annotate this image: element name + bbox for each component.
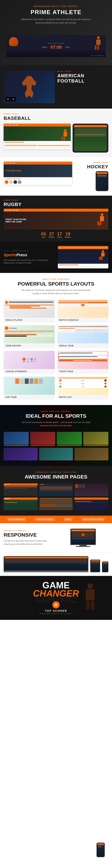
hockey-nav bbox=[4, 162, 72, 164]
match-list-img: 2 - 1 0 - 3 1 - 1 bbox=[58, 377, 109, 395]
nav-item bbox=[5, 163, 8, 163]
match-schedule-label: MATCH SCHEDULE bbox=[58, 318, 109, 322]
hockey-demo: ATTACKING ZONE UPCOMING GAMES 2020 HOME … bbox=[4, 162, 108, 191]
inner-page-thumb-1 bbox=[4, 484, 38, 496]
single-player-label: SINGLE PLAYER bbox=[4, 318, 55, 322]
team-history-img: TEAM NAME bbox=[4, 325, 55, 343]
fmm-team-away: AWAY bbox=[65, 46, 70, 48]
inner-pages-section: POWERFUL PREMIUM TEMPLATES AWESOME INNER… bbox=[0, 466, 112, 516]
football-score-overlay: 14 : 07 bbox=[5, 97, 16, 101]
content-line bbox=[4, 144, 37, 144]
hockey-main-mock: ATTACKING ZONE UPCOMING GAMES 2020 bbox=[4, 162, 72, 191]
score-home: 14 bbox=[7, 98, 9, 100]
hockey-side-col: HOME PAGE HOCKEY bbox=[74, 162, 108, 191]
plugin-logo-revslider: Revolution Slider bbox=[82, 518, 105, 521]
rugby-num-3: 17 GOALS bbox=[57, 231, 62, 238]
responsive-mockups bbox=[58, 529, 108, 547]
rugby-hero: GREAT TEAM FOUNDWINS THE GAME bbox=[4, 212, 108, 230]
game-changer-content: GAME CHANGER TOP SCORER WORDPRESS BUILT … bbox=[4, 581, 108, 615]
baseball-nav bbox=[4, 124, 71, 126]
hockey-phone-mock bbox=[96, 171, 108, 191]
fmm-nav-dot bbox=[10, 33, 11, 34]
ideal-sports-grid-2 bbox=[4, 448, 108, 460]
sportspress-mockup bbox=[58, 246, 108, 269]
layouts-pre-label: BUILT FOR PURPOSE bbox=[4, 278, 108, 280]
layout-card-match-schedule: MATCH SCHEDULE bbox=[58, 300, 109, 322]
rugby-num-value: 19 bbox=[65, 231, 71, 237]
layout-card-league-standings: 1ST 2ND 3RD 4TH LEAGUE STA bbox=[4, 351, 55, 374]
fmm-nav-dot bbox=[12, 33, 13, 34]
rugby-nav bbox=[4, 209, 108, 212]
inner-page-thumb-3 bbox=[74, 484, 108, 496]
nav-item bbox=[8, 163, 11, 163]
baseball-desktop-mock bbox=[4, 124, 71, 149]
nav-item bbox=[16, 210, 19, 211]
baseball-demo bbox=[4, 124, 108, 153]
rugby-desktop-mock: GREAT TEAM FOUNDWINS THE GAME bbox=[4, 209, 108, 230]
player-avatar bbox=[5, 301, 8, 304]
sportspress-text: FULLY COMPATIBLE WITH SportsPress Fully … bbox=[4, 250, 54, 264]
ideal-sport-thumb-5 bbox=[4, 448, 38, 460]
fmm-body: WIN EVERY GAME HOME 07:00 AWAY WHAT'S TR… bbox=[6, 35, 106, 57]
plugin-logo-wpml: WPML bbox=[64, 518, 73, 521]
sportspress-section: FULLY COMPATIBLE WITH SportsPress Fully … bbox=[0, 242, 112, 273]
our-team-label: OUR TEAM bbox=[4, 395, 55, 400]
device-group bbox=[58, 529, 108, 547]
sport-section-baseball: HOME PAGE BASEBALL bbox=[0, 108, 112, 157]
hockey-hero: ATTACKING ZONE bbox=[4, 164, 72, 177]
ideal-sport-thumb-4 bbox=[83, 432, 108, 446]
fmm-score-time: 07:00 bbox=[50, 45, 62, 50]
hockey-content: UPCOMING GAMES 2020 bbox=[4, 177, 72, 185]
top-scorer-icon bbox=[52, 601, 60, 609]
whats-trending: WHAT'S TRENDING bbox=[91, 55, 104, 56]
sportspress-logo: SportsPress bbox=[4, 253, 54, 257]
hero-title: PRIME ATHLETE bbox=[4, 9, 108, 16]
fmm-team-home: HOME bbox=[42, 46, 47, 48]
rugby-num-value: 27 bbox=[49, 231, 54, 237]
responsive-section: THEME STARRING RESPONSIVE The theme is a… bbox=[0, 523, 112, 552]
sport-section-rugby: HOME PAGE RUGBY GREAT TEAM FOUNDWINS THE… bbox=[0, 196, 112, 242]
ideal-sport-thumb-6 bbox=[39, 448, 73, 460]
stats-row bbox=[5, 307, 53, 308]
layout-card-team-history: TEAM NAME TEAM HISTORY bbox=[4, 325, 55, 348]
baseball-hero bbox=[4, 126, 71, 141]
ideal-content: IDEAL FOR ALL SPORTS IDEAL FOR ALL SPORT… bbox=[4, 410, 108, 460]
layout-card-match-list: 2 - 1 0 - 3 1 - 1 bbox=[58, 377, 109, 400]
laptop-device bbox=[4, 556, 88, 572]
our-team-img bbox=[4, 377, 55, 395]
football-type-label: MAIN PAGE bbox=[58, 70, 109, 72]
league-standings-img: 1ST 2ND 3RD 4TH bbox=[4, 351, 55, 369]
ideal-sport-thumb-2 bbox=[30, 432, 55, 446]
sportspress-desktop-mock bbox=[58, 246, 108, 269]
sport-section-hockey: ATTACKING ZONE UPCOMING GAMES 2020 HOME … bbox=[0, 157, 112, 196]
phone-device bbox=[72, 124, 108, 153]
hockey-desktop-mock: ATTACKING ZONE UPCOMING GAMES 2020 bbox=[4, 162, 72, 185]
ideal-sport-thumb-3 bbox=[57, 432, 82, 446]
nav-item bbox=[8, 210, 11, 211]
game-changer-section: GAME GAME CHANGER TOP SCORER WOR bbox=[0, 576, 112, 620]
ticket-page-label: TICKET PAGE bbox=[58, 369, 109, 374]
laptop-screen bbox=[4, 556, 88, 571]
layouts-title: POWERFUL SPORTS LAYOUTS bbox=[4, 281, 108, 287]
phone-device bbox=[102, 561, 108, 572]
hero-subtitle: WORDPRESS BUILT FOR SPORTS bbox=[4, 5, 108, 7]
inner-page-thumb-4 bbox=[4, 498, 38, 510]
ideal-title: IDEAL FOR ALL SPORTS bbox=[4, 413, 108, 419]
responsive-devices-content bbox=[4, 556, 108, 572]
table-row bbox=[5, 301, 53, 304]
top-scorer-logo-final: TOP SCORER WORDPRESS BUILT FOR SPORTS bbox=[4, 601, 108, 615]
device-desktop-mock bbox=[70, 529, 96, 545]
score-away: 07 bbox=[13, 98, 14, 100]
responsive-desc: The theme is also fully responsive & ret… bbox=[4, 539, 54, 546]
hero-section: WORDPRESS BUILT FOR SPORTS PRIME ATHLETE… bbox=[0, 0, 112, 65]
phone-screen bbox=[102, 561, 108, 572]
devices-display bbox=[4, 556, 108, 572]
layouts-subtitle: We made sure Top Scorer already has all … bbox=[21, 289, 91, 295]
top-scorer-tagline: WORDPRESS BUILT FOR SPORTS bbox=[4, 613, 108, 615]
fmm-header bbox=[6, 31, 106, 35]
tablet-device bbox=[90, 560, 100, 572]
stats-row bbox=[5, 308, 53, 309]
layout-card-single-player: SINGLE PLAYER bbox=[4, 300, 55, 322]
single-team-img bbox=[58, 325, 109, 343]
team-history-label: TEAM HISTORY bbox=[4, 343, 55, 348]
